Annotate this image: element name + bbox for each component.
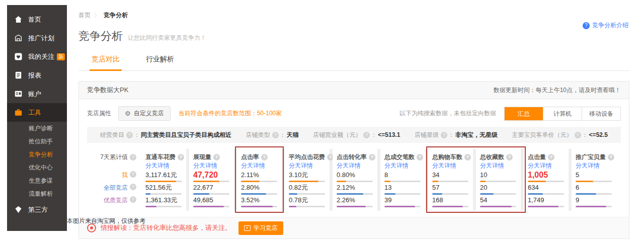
metric-value: 3.52% <box>241 196 278 204</box>
filter-colon: ： <box>134 131 140 139</box>
page-title: 竞争分析 <box>78 29 123 44</box>
metric-bar <box>480 206 516 207</box>
metric-name-text: 总购物车数 <box>432 153 462 161</box>
sidebar-item-6[interactable]: 第三方 <box>7 200 67 219</box>
report-icon <box>14 71 23 80</box>
help-circle-icon[interactable] <box>363 132 370 138</box>
metric-cell: 0.82元 <box>289 184 326 196</box>
help-link[interactable]: 竞争分析介绍 <box>583 21 628 30</box>
metric-value: 22,677 <box>193 184 230 191</box>
sidebar-item-3[interactable]: 报表 <box>7 66 67 85</box>
segment-summary[interactable]: 汇总 <box>505 107 543 120</box>
row-label-1: 全部竞店 <box>87 184 136 196</box>
device-segmented-control: 汇总 计算机 移动设备 <box>504 107 621 121</box>
help-circle-icon[interactable] <box>213 154 220 160</box>
metric-name-text: 总收藏数 <box>480 153 504 161</box>
filter-colon: ： <box>582 131 588 139</box>
daily-detail-link[interactable]: 分天详情 <box>289 162 326 170</box>
metric-value: 2.26% <box>337 196 373 204</box>
help-circle-icon[interactable] <box>126 132 133 138</box>
sidebar-subitem-3[interactable]: 优化中心 <box>7 161 67 174</box>
help-circle-icon[interactable] <box>575 132 581 138</box>
sidebar-subitem-2[interactable]: 竞争分析 <box>7 148 67 161</box>
help-circle-icon[interactable] <box>441 132 447 138</box>
metric-bar <box>145 181 182 182</box>
metric-value: 2.11% <box>241 171 278 179</box>
help-circle-icon[interactable] <box>548 154 554 160</box>
customize-shops-button[interactable]: 自定义竞店 <box>118 106 171 121</box>
filter-label: 店铺类型 <box>246 131 270 139</box>
filter-group-3: 店铺星级：非淘宝，无星级 <box>415 131 498 139</box>
metric-bar <box>241 193 277 195</box>
sidebar-item-5[interactable]: 工具 <box>7 103 67 122</box>
metric-name: 推广宝贝量 <box>576 153 612 161</box>
sidebar-item-0[interactable]: 首页 <box>7 10 67 29</box>
breadcrumb-home[interactable]: 首页 <box>78 12 91 19</box>
daily-detail-link[interactable]: 分天详情 <box>241 162 278 170</box>
help-circle-icon[interactable] <box>506 154 513 160</box>
help-circle-icon[interactable] <box>464 154 471 160</box>
metric-bar-fill <box>289 206 296 207</box>
sidebar-item-1[interactable]: 推广计划 <box>7 29 67 47</box>
metric-bar-fill <box>576 206 606 207</box>
help-circle-icon[interactable] <box>608 154 614 160</box>
daily-detail-link[interactable]: 分天详情 <box>145 162 182 170</box>
daily-detail-link[interactable]: 分天详情 <box>432 162 469 170</box>
metric-cell: 1,749 <box>528 196 565 209</box>
help-circle-icon[interactable] <box>417 154 423 160</box>
sidebar-subitem-5[interactable]: 流量解析 <box>7 187 67 200</box>
account-icon <box>14 90 23 99</box>
help-circle-icon[interactable] <box>178 154 184 160</box>
help-circle-icon[interactable] <box>130 196 136 203</box>
help-circle-icon[interactable] <box>130 171 136 178</box>
metric-bar <box>384 206 421 207</box>
help-circle-icon[interactable] <box>369 154 375 160</box>
help-circle-icon[interactable] <box>261 154 268 160</box>
tab-shop-compare[interactable]: 竞店对比 <box>90 55 122 71</box>
metric-bar-fill <box>480 181 486 182</box>
metric-cell: 2.26% <box>337 196 373 209</box>
metric-cell: 0.80% <box>337 171 373 184</box>
learn-shops-button[interactable]: 学习竞店 <box>238 221 283 235</box>
help-circle-icon[interactable] <box>272 132 279 138</box>
filter-colon: ： <box>280 131 286 139</box>
sidebar-item-4[interactable]: 账户 <box>7 85 67 103</box>
metric-bar <box>337 193 373 195</box>
segment-computer[interactable]: 计算机 <box>543 107 582 120</box>
metric-bar-fill <box>576 193 596 195</box>
metric-bar-fill <box>384 193 395 195</box>
metric-card-6: 总购物车数分天详情3457168 <box>428 149 473 211</box>
sidebar-item-2[interactable]: 我的关注新 <box>7 47 67 66</box>
help-circle-icon[interactable] <box>130 184 136 190</box>
sidebar-subitem-1[interactable]: 抢位助手 <box>7 135 67 148</box>
sidebar-subitem-0[interactable]: 账户诊断 <box>7 122 67 135</box>
sidebar: 首页推广计划我的关注新报表账户工具账户诊断抢位助手竞争分析优化中心生意参谋流量解… <box>7 5 67 231</box>
metric-cards: 直通车花费分天详情3,117.61元521.56元1,361.33元展现量分天详… <box>141 149 616 211</box>
main-content: 首页〉竞争分析 竞争分析介绍 竞争分析 让您比同行卖家更具竞争力！ 竞店对比 行… <box>78 0 629 239</box>
help-circle-icon[interactable] <box>130 154 136 160</box>
filter-group-2: 店铺营业额（元）：<=513.1 <box>313 131 400 139</box>
sidebar-subitem-4[interactable]: 生意参谋 <box>7 174 67 187</box>
daily-detail-link[interactable]: 分天详情 <box>528 162 565 170</box>
daily-detail-link[interactable]: 分天详情 <box>193 162 230 170</box>
metric-value: 2.80% <box>241 184 278 191</box>
metric-bar-fill <box>193 206 224 207</box>
filter-value: 非淘宝，无星级 <box>455 131 498 139</box>
metric-cell: 0.78元 <box>289 196 326 209</box>
page-subtitle: 让您比同行卖家更具竞争力！ <box>128 34 206 42</box>
daily-detail-link[interactable]: 分天详情 <box>384 162 421 170</box>
metric-name-text: 平均点击花费 <box>289 153 325 161</box>
segment-mobile[interactable]: 移动设备 <box>582 107 620 120</box>
metric-bar-fill <box>337 193 363 195</box>
daily-detail-link[interactable]: 分天详情 <box>576 162 612 170</box>
metric-name-text: 点击率 <box>241 153 259 161</box>
metric-card-8: 点击量分天详情1,0056341,749 <box>524 149 569 211</box>
daily-detail-link[interactable]: 分天详情 <box>337 162 373 170</box>
sidebar-item-label: 推广计划 <box>28 34 54 43</box>
metric-bar <box>432 193 468 195</box>
tab-industry-analysis[interactable]: 行业解析 <box>144 55 176 70</box>
metric-bar <box>576 206 612 207</box>
metric-bar-fill <box>145 193 150 195</box>
metric-name: 点击转化率 <box>337 153 373 161</box>
daily-detail-link[interactable]: 分天详情 <box>480 162 517 170</box>
